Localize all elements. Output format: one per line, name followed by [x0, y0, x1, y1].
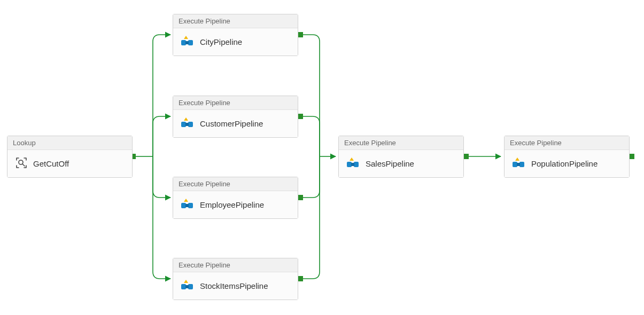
- svg-rect-15: [181, 203, 186, 208]
- svg-rect-16: [188, 203, 193, 208]
- svg-rect-12: [181, 122, 186, 127]
- svg-rect-26: [517, 163, 520, 166]
- activity-type-label: Execute Pipeline: [505, 136, 629, 150]
- svg-rect-4: [298, 276, 303, 281]
- svg-rect-1: [298, 32, 303, 37]
- svg-rect-5: [463, 154, 469, 159]
- pipeline-canvas[interactable]: Lookup GetCutOff Execute Pipeline: [0, 0, 644, 315]
- svg-rect-10: [188, 40, 193, 45]
- svg-rect-21: [347, 162, 352, 167]
- activity-type-label: Execute Pipeline: [173, 258, 298, 272]
- activity-name: SalesPipeline: [366, 159, 414, 168]
- execute-pipeline-icon: [512, 156, 526, 171]
- activity-name: CityPipeline: [200, 37, 242, 46]
- svg-rect-2: [298, 114, 303, 119]
- svg-rect-11: [185, 41, 189, 44]
- svg-rect-19: [188, 284, 193, 289]
- svg-rect-3: [298, 195, 303, 200]
- svg-line-8: [22, 164, 25, 166]
- svg-rect-17: [185, 204, 189, 207]
- svg-rect-18: [181, 284, 186, 289]
- svg-rect-14: [185, 123, 189, 126]
- svg-rect-6: [629, 154, 634, 159]
- execute-pipeline-icon: [181, 35, 195, 49]
- activity-name: EmployeePipeline: [200, 200, 264, 209]
- activity-population[interactable]: Execute Pipeline PopulationPipeline: [504, 136, 630, 178]
- svg-rect-24: [513, 162, 517, 167]
- activity-stockitems[interactable]: Execute Pipeline StockItemsPipeline: [173, 258, 298, 300]
- activity-name: PopulationPipeline: [531, 159, 598, 168]
- svg-rect-25: [519, 162, 524, 167]
- svg-rect-9: [181, 40, 186, 45]
- execute-pipeline-icon: [181, 116, 195, 131]
- activity-type-label: Lookup: [7, 136, 132, 150]
- svg-rect-22: [354, 162, 359, 167]
- lookup-icon: [15, 156, 28, 171]
- activity-city[interactable]: Execute Pipeline CityPipeline: [173, 14, 298, 56]
- activity-type-label: Execute Pipeline: [339, 136, 463, 150]
- svg-rect-20: [185, 285, 189, 288]
- activity-employee[interactable]: Execute Pipeline EmployeePipeline: [173, 177, 298, 219]
- execute-pipeline-icon: [181, 198, 195, 212]
- activity-type-label: Execute Pipeline: [173, 96, 298, 110]
- svg-rect-13: [188, 122, 193, 127]
- activity-name: GetCutOff: [33, 159, 69, 168]
- execute-pipeline-icon: [181, 279, 195, 293]
- activity-type-label: Execute Pipeline: [173, 14, 298, 28]
- activity-customer[interactable]: Execute Pipeline CustomerPipeline: [173, 96, 298, 138]
- svg-rect-23: [351, 163, 354, 166]
- execute-pipeline-icon: [346, 156, 360, 171]
- activity-sales[interactable]: Execute Pipeline SalesPipeline: [338, 136, 464, 178]
- activity-getcutoff[interactable]: Lookup GetCutOff: [7, 136, 133, 178]
- activity-name: CustomerPipeline: [200, 119, 263, 128]
- activity-type-label: Execute Pipeline: [173, 177, 298, 191]
- activity-name: StockItemsPipeline: [200, 281, 268, 290]
